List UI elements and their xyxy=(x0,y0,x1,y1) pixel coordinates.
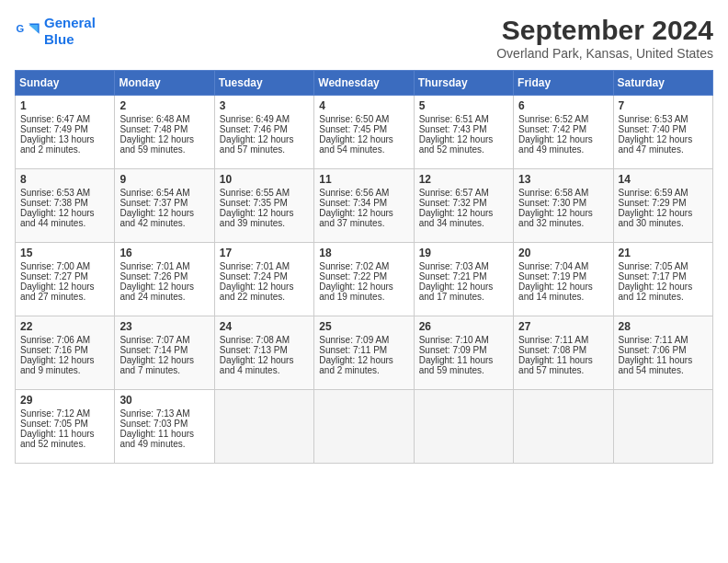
sunset-label: Sunset: 7:09 PM xyxy=(419,345,487,355)
svg-text:G: G xyxy=(16,23,24,34)
calendar-cell: 29 Sunrise: 7:12 AM Sunset: 7:05 PM Dayl… xyxy=(16,390,115,464)
day-number: 21 xyxy=(619,247,708,259)
daylight-label: Daylight: 12 hours and 34 minutes. xyxy=(419,208,494,228)
daylight-label: Daylight: 13 hours and 2 minutes. xyxy=(20,134,95,155)
sunrise-label: Sunrise: 6:47 AM xyxy=(20,114,90,124)
sunset-label: Sunset: 7:45 PM xyxy=(319,124,387,134)
calendar-cell: 18 Sunrise: 7:02 AM Sunset: 7:22 PM Dayl… xyxy=(314,243,414,316)
sunset-label: Sunset: 7:17 PM xyxy=(619,271,687,282)
calendar-cell: 3 Sunrise: 6:49 AM Sunset: 7:46 PM Dayli… xyxy=(214,96,313,169)
day-number: 27 xyxy=(518,320,608,333)
calendar-cell: 20 Sunrise: 7:04 AM Sunset: 7:19 PM Dayl… xyxy=(514,243,613,316)
day-number: 2 xyxy=(119,99,209,112)
calendar-cell: 19 Sunrise: 7:03 AM Sunset: 7:21 PM Dayl… xyxy=(414,243,513,316)
daylight-label: Daylight: 11 hours and 52 minutes. xyxy=(20,429,95,449)
daylight-label: Daylight: 12 hours and 57 minutes. xyxy=(220,134,294,155)
logo-line2: Blue xyxy=(44,31,74,47)
weekday-header-sunday: Sunday xyxy=(16,71,115,96)
sunrise-label: Sunrise: 7:11 AM xyxy=(518,335,588,345)
sunset-label: Sunset: 7:26 PM xyxy=(119,271,188,282)
calendar-cell xyxy=(214,390,313,464)
day-number: 10 xyxy=(220,173,309,186)
sunrise-label: Sunrise: 7:09 AM xyxy=(319,335,389,345)
sunrise-label: Sunrise: 6:54 AM xyxy=(119,188,189,198)
sunset-label: Sunset: 7:03 PM xyxy=(119,419,188,429)
day-number: 7 xyxy=(619,99,708,112)
sunset-label: Sunset: 7:30 PM xyxy=(518,198,586,208)
sunset-label: Sunset: 7:27 PM xyxy=(20,271,88,282)
sunrise-label: Sunrise: 6:53 AM xyxy=(20,188,90,198)
daylight-label: Daylight: 12 hours and 52 minutes. xyxy=(419,134,494,155)
sunset-label: Sunset: 7:40 PM xyxy=(619,124,687,134)
sunrise-label: Sunrise: 6:51 AM xyxy=(419,114,489,124)
daylight-label: Daylight: 12 hours and 37 minutes. xyxy=(319,208,393,228)
calendar-cell: 8 Sunrise: 6:53 AM Sunset: 7:38 PM Dayli… xyxy=(16,169,115,243)
sunset-label: Sunset: 7:42 PM xyxy=(518,124,586,134)
day-number: 23 xyxy=(119,320,209,333)
sunset-label: Sunset: 7:48 PM xyxy=(119,124,188,134)
day-number: 1 xyxy=(20,99,109,112)
page-header: G General Blue September 2024 Overland P… xyxy=(15,15,713,61)
calendar-cell xyxy=(613,390,712,464)
sunrise-label: Sunrise: 7:01 AM xyxy=(119,261,189,271)
sunset-label: Sunset: 7:22 PM xyxy=(319,271,387,282)
sunrise-label: Sunrise: 6:48 AM xyxy=(119,114,189,124)
weekday-header-row: SundayMondayTuesdayWednesdayThursdayFrid… xyxy=(16,71,713,96)
day-number: 24 xyxy=(220,320,309,333)
calendar-cell: 26 Sunrise: 7:10 AM Sunset: 7:09 PM Dayl… xyxy=(414,316,513,390)
daylight-label: Daylight: 12 hours and 32 minutes. xyxy=(518,208,593,228)
sunrise-label: Sunrise: 6:59 AM xyxy=(619,188,688,198)
sunrise-label: Sunrise: 7:02 AM xyxy=(319,261,389,271)
sunrise-label: Sunrise: 6:49 AM xyxy=(220,114,290,124)
calendar-cell: 2 Sunrise: 6:48 AM Sunset: 7:48 PM Dayli… xyxy=(115,96,214,169)
day-number: 16 xyxy=(119,247,209,259)
day-number: 8 xyxy=(20,173,109,186)
logo-line1: General xyxy=(44,15,96,30)
sunset-label: Sunset: 7:35 PM xyxy=(220,198,288,208)
sunset-label: Sunset: 7:13 PM xyxy=(220,345,288,355)
calendar-cell: 4 Sunrise: 6:50 AM Sunset: 7:45 PM Dayli… xyxy=(314,96,414,169)
daylight-label: Daylight: 12 hours and 39 minutes. xyxy=(220,208,294,228)
calendar-cell: 23 Sunrise: 7:07 AM Sunset: 7:14 PM Dayl… xyxy=(115,316,214,390)
daylight-label: Daylight: 12 hours and 7 minutes. xyxy=(119,355,194,375)
sunset-label: Sunset: 7:34 PM xyxy=(319,198,387,208)
day-number: 29 xyxy=(20,394,109,407)
sunrise-label: Sunrise: 7:13 AM xyxy=(119,408,189,419)
sunset-label: Sunset: 7:24 PM xyxy=(220,271,288,282)
daylight-label: Daylight: 12 hours and 22 minutes. xyxy=(220,282,294,302)
sunset-label: Sunset: 7:06 PM xyxy=(619,345,687,355)
day-number: 20 xyxy=(518,247,608,259)
calendar-cell: 28 Sunrise: 7:11 AM Sunset: 7:06 PM Dayl… xyxy=(613,316,712,390)
calendar-cell: 10 Sunrise: 6:55 AM Sunset: 7:35 PM Dayl… xyxy=(214,169,313,243)
daylight-label: Daylight: 12 hours and 42 minutes. xyxy=(119,208,194,228)
sunset-label: Sunset: 7:21 PM xyxy=(419,271,487,282)
weekday-header-saturday: Saturday xyxy=(613,71,712,96)
weekday-header-friday: Friday xyxy=(514,71,613,96)
sunrise-label: Sunrise: 7:04 AM xyxy=(518,261,588,271)
calendar-cell: 12 Sunrise: 6:57 AM Sunset: 7:32 PM Dayl… xyxy=(414,169,513,243)
daylight-label: Daylight: 12 hours and 47 minutes. xyxy=(619,134,693,155)
daylight-label: Daylight: 12 hours and 59 minutes. xyxy=(119,134,194,155)
sunrise-label: Sunrise: 6:52 AM xyxy=(518,114,588,124)
day-number: 18 xyxy=(319,247,408,259)
sunrise-label: Sunrise: 7:08 AM xyxy=(220,335,290,345)
weekday-header-monday: Monday xyxy=(115,71,214,96)
calendar-cell: 13 Sunrise: 6:58 AM Sunset: 7:30 PM Dayl… xyxy=(514,169,613,243)
sunrise-label: Sunrise: 7:06 AM xyxy=(20,335,90,345)
day-number: 14 xyxy=(619,173,708,186)
sunrise-label: Sunrise: 7:01 AM xyxy=(220,261,290,271)
daylight-label: Daylight: 11 hours and 49 minutes. xyxy=(119,429,194,449)
svg-marker-2 xyxy=(28,25,38,32)
sunset-label: Sunset: 7:37 PM xyxy=(119,198,188,208)
calendar-cell: 25 Sunrise: 7:09 AM Sunset: 7:11 PM Dayl… xyxy=(314,316,414,390)
daylight-label: Daylight: 12 hours and 9 minutes. xyxy=(20,355,95,375)
logo-icon: G xyxy=(15,18,40,44)
calendar-cell: 1 Sunrise: 6:47 AM Sunset: 7:49 PM Dayli… xyxy=(16,96,115,169)
day-number: 15 xyxy=(20,247,109,259)
weekday-header-thursday: Thursday xyxy=(414,71,513,96)
daylight-label: Daylight: 12 hours and 14 minutes. xyxy=(518,282,593,302)
calendar-table: SundayMondayTuesdayWednesdayThursdayFrid… xyxy=(15,70,713,464)
calendar-cell: 17 Sunrise: 7:01 AM Sunset: 7:24 PM Dayl… xyxy=(214,243,313,316)
day-number: 13 xyxy=(518,173,608,186)
calendar-week-row: 22 Sunrise: 7:06 AM Sunset: 7:16 PM Dayl… xyxy=(16,316,713,390)
